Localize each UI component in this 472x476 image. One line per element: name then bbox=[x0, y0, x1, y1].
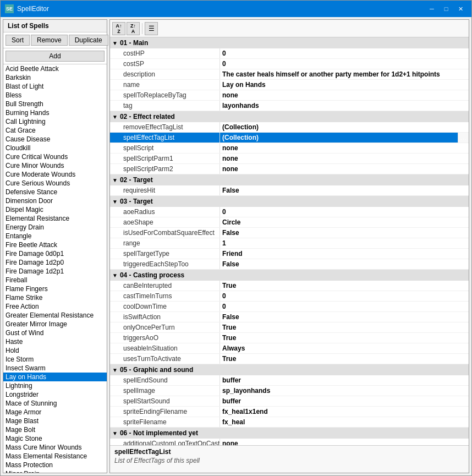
property-row[interactable]: aoeRadius0 bbox=[110, 207, 469, 217]
property-row[interactable]: spellScriptParm1none bbox=[110, 154, 469, 164]
spell-item[interactable]: Lay on Hands bbox=[3, 373, 107, 381]
close-button[interactable]: ✕ bbox=[454, 3, 467, 14]
property-row[interactable]: spellTargetTypeFriend bbox=[110, 249, 469, 259]
property-row[interactable]: descriptionThe caster heals himself or a… bbox=[110, 69, 469, 80]
spell-item[interactable]: Fireball bbox=[3, 276, 107, 284]
spell-item[interactable]: Mass Cure Minor Wounds bbox=[3, 443, 107, 452]
property-row[interactable]: additionalCustomLogTextOnCastnone bbox=[110, 439, 469, 445]
spell-item[interactable]: Mage Bolt bbox=[3, 425, 107, 434]
property-row[interactable]: isSwiftActionFalse bbox=[110, 312, 469, 322]
section-header-target-03[interactable]: ▼03 - Target bbox=[110, 196, 469, 207]
property-row[interactable]: removeEffectTagList(Collection) bbox=[110, 122, 469, 133]
section-header-casting-process[interactable]: ▼04 - Casting process bbox=[110, 270, 469, 281]
sort-za-button[interactable]: Z↑A bbox=[127, 22, 140, 35]
property-row[interactable]: requiresHitFalse bbox=[110, 185, 469, 196]
property-edit-button[interactable]: … bbox=[458, 133, 469, 143]
maximize-button[interactable]: □ bbox=[440, 3, 453, 14]
spell-item[interactable]: Ice Storm bbox=[3, 355, 107, 364]
spell-item[interactable]: Fire Damage 0d0p1 bbox=[3, 249, 107, 258]
property-row[interactable]: castTimeInTurns0 bbox=[110, 291, 469, 302]
spell-item[interactable]: Cloudkill bbox=[3, 144, 107, 152]
property-row[interactable]: spriteFilenamefx_heal bbox=[110, 417, 469, 428]
property-row[interactable]: costHP0 bbox=[110, 48, 469, 59]
section-header-effect-related[interactable]: ▼02 - Effect related bbox=[110, 111, 469, 122]
duplicate-button[interactable]: Duplicate bbox=[69, 35, 108, 46]
spell-item[interactable]: Fire Damage 1d2p0 bbox=[3, 258, 107, 267]
spell-item[interactable]: Mace of Stunning bbox=[3, 399, 107, 408]
property-row[interactable]: coolDownTime0 bbox=[110, 302, 469, 312]
spell-item[interactable]: Acid Beetle Attack bbox=[3, 64, 107, 73]
property-row[interactable]: costSP0 bbox=[110, 59, 469, 69]
spell-item[interactable]: Fire Beetle Attack bbox=[3, 240, 107, 249]
spell-item[interactable]: Dispel Magic bbox=[3, 205, 107, 214]
spell-list[interactable]: Acid Beetle AttackBarkskinBlast of Light… bbox=[3, 64, 107, 473]
spell-item[interactable]: Cause Disease bbox=[3, 135, 107, 144]
spell-item[interactable]: Minor Drain bbox=[3, 469, 107, 473]
section-header-graphic-sound[interactable]: ▼05 - Graphic and sound bbox=[110, 364, 469, 375]
add-button[interactable]: Add bbox=[6, 51, 105, 62]
property-row[interactable]: usesTurnToActivateTrue bbox=[110, 354, 469, 364]
spell-item[interactable]: Entangle bbox=[3, 232, 107, 240]
property-row[interactable]: spellEndSoundbuffer bbox=[110, 375, 469, 386]
spell-item[interactable]: Flame Strike bbox=[3, 293, 107, 302]
section-header-main[interactable]: ▼01 - Main bbox=[110, 37, 469, 48]
property-row[interactable]: triggersAoOTrue bbox=[110, 333, 469, 343]
spell-item[interactable]: Cure Moderate Wounds bbox=[3, 170, 107, 179]
property-row[interactable]: isUsedForCombatSquareEffectFalse bbox=[110, 228, 469, 238]
spell-item[interactable]: Cure Critical Wounds bbox=[3, 152, 107, 161]
spell-item[interactable]: Bless bbox=[3, 91, 107, 100]
spell-item[interactable]: Burning Hands bbox=[3, 108, 107, 117]
spell-item[interactable]: Cat Grace bbox=[3, 126, 107, 135]
spell-item[interactable]: Defensive Stance bbox=[3, 188, 107, 196]
section-header-not-implemented[interactable]: ▼06 - Not implemented yet bbox=[110, 428, 469, 439]
sort-button[interactable]: Sort bbox=[6, 35, 30, 46]
remove-button[interactable]: Remove bbox=[31, 35, 68, 46]
spell-item[interactable]: Cure Serious Wounds bbox=[3, 179, 107, 188]
spell-item[interactable]: Blast of Light bbox=[3, 82, 107, 91]
spell-item[interactable]: Longstrider bbox=[3, 390, 107, 399]
spell-item[interactable]: Greater Elemental Resistance bbox=[3, 311, 107, 320]
spell-item[interactable]: Free Action bbox=[3, 302, 107, 311]
spell-item[interactable]: Cure Minor Wounds bbox=[3, 161, 107, 170]
spell-item[interactable]: Haste bbox=[3, 337, 107, 346]
sort-az-button[interactable]: A↑Z bbox=[112, 22, 125, 35]
property-row[interactable]: spellToReplaceByTagnone bbox=[110, 90, 469, 101]
spell-item[interactable]: Call Lightning bbox=[3, 117, 107, 126]
property-row[interactable]: triggeredEachStepTooFalse bbox=[110, 259, 469, 270]
spell-item[interactable]: Flame Fingers bbox=[3, 284, 107, 293]
view-button[interactable]: ☰ bbox=[145, 22, 158, 35]
property-row[interactable]: useableInSituationAlways bbox=[110, 343, 469, 354]
property-row[interactable]: spellScriptnone bbox=[110, 143, 469, 154]
spell-item[interactable]: Gust of Wind bbox=[3, 329, 107, 337]
section-header-target-02[interactable]: ▼02 - Target bbox=[110, 174, 469, 185]
spell-item[interactable]: Magic Stone bbox=[3, 434, 107, 443]
spell-item[interactable]: Elemental Resistance bbox=[3, 214, 107, 223]
property-row[interactable]: spellScriptParm2none bbox=[110, 164, 469, 174]
spell-item[interactable]: Fire Damage 1d2p1 bbox=[3, 267, 107, 276]
property-row[interactable]: spellEffectTagList(Collection)… bbox=[110, 133, 469, 143]
spell-item[interactable]: Barkskin bbox=[3, 73, 107, 82]
spell-item[interactable]: Mage Blast bbox=[3, 417, 107, 425]
spell-item[interactable]: Bull Strength bbox=[3, 100, 107, 108]
property-row[interactable]: taglayonhands bbox=[110, 101, 469, 111]
property-row[interactable]: onlyOncePerTurnTrue bbox=[110, 322, 469, 333]
property-row[interactable]: spellImagesp_layonhands bbox=[110, 386, 469, 396]
spell-item[interactable]: Hold bbox=[3, 346, 107, 355]
spell-item[interactable]: Greater Mirror Image bbox=[3, 320, 107, 329]
spell-item[interactable]: Energy Drain bbox=[3, 223, 107, 232]
spell-item[interactable]: Insect Swarm bbox=[3, 364, 107, 373]
property-row[interactable]: canBeInteruptedTrue bbox=[110, 281, 469, 291]
property-name: spriteFilename bbox=[110, 417, 220, 427]
property-row[interactable]: aoeShapeCircle bbox=[110, 217, 469, 228]
property-row[interactable]: nameLay on Hands bbox=[110, 80, 469, 90]
spell-item[interactable]: Lightning bbox=[3, 381, 107, 390]
spell-item[interactable]: Mage Armor bbox=[3, 408, 107, 417]
minimize-button[interactable]: ─ bbox=[425, 3, 438, 14]
properties-area[interactable]: ▼01 - MaincostHP0costSP0descriptionThe c… bbox=[110, 37, 469, 445]
spell-item[interactable]: Mass Elemental Resistance bbox=[3, 452, 107, 461]
property-row[interactable]: spriteEndingFilenamefx_heal1x1end bbox=[110, 407, 469, 417]
property-row[interactable]: spellStartSoundbuffer bbox=[110, 396, 469, 407]
spell-item[interactable]: Dimension Door bbox=[3, 196, 107, 205]
spell-item[interactable]: Mass Protection bbox=[3, 461, 107, 469]
property-row[interactable]: range1 bbox=[110, 238, 469, 249]
